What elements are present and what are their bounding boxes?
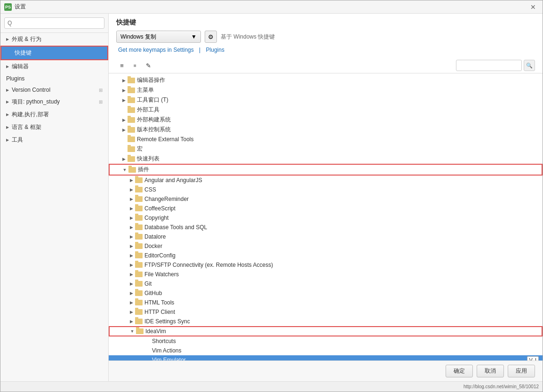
expand-all-button[interactable]: ≡	[116, 60, 128, 71]
tree-item-vcs-groups[interactable]: ▶ 版本控制系统	[109, 125, 543, 135]
tree-item-label: Shortcuts	[143, 338, 539, 344]
tree-item-copyright[interactable]: ▶ Copyright	[109, 213, 543, 223]
folder-icon	[135, 281, 143, 287]
sidebar-item-plugins[interactable]: Plugins	[0, 73, 108, 84]
tree-panel: ▶ 编辑器操作 ▶ 主菜单 ▶ 工具窗口 (T) 外部工具	[109, 73, 543, 360]
tree-item-html-tools[interactable]: ▶ HTML Tools	[109, 298, 543, 307]
tree-item-coffeescript[interactable]: ▶ CoffeeScript	[109, 204, 543, 213]
tree-item-file-watchers[interactable]: ▶ File Watchers	[109, 270, 543, 279]
arrow-icon: ▶	[6, 112, 9, 117]
sidebar-search-input[interactable]	[4, 17, 104, 29]
plugins-link-text: Plugins	[206, 47, 224, 53]
folder-icon	[135, 215, 143, 221]
folder-icon	[128, 78, 135, 83]
tree-item-ideavim[interactable]: ▼ IdeaVim	[109, 326, 543, 336]
folder-icon	[136, 328, 144, 334]
tree-item-main-menu[interactable]: ▶ 主菜单	[109, 85, 543, 95]
tree-item-label: 版本控制系统	[137, 126, 539, 134]
sidebar-item-keymap[interactable]: 快捷键	[0, 46, 108, 60]
tree-item-macros[interactable]: 宏	[109, 144, 543, 154]
tree-item-label: 主菜单	[137, 86, 539, 94]
tree-item-external-tools[interactable]: 外部工具	[109, 105, 543, 115]
search-icon: 🔍	[526, 63, 533, 69]
gear-button[interactable]: ⚙	[205, 31, 217, 43]
tree-item-label: Remote External Tools	[137, 136, 539, 143]
arrow-icon: ▶	[6, 64, 9, 69]
folder-icon	[135, 206, 143, 211]
apply-button[interactable]: 应用	[508, 365, 535, 377]
sidebar-item-project[interactable]: ▶ 项目: python_study ⊞	[0, 96, 108, 108]
close-button[interactable]: ✕	[527, 2, 539, 12]
sidebar-item-lang[interactable]: ▶ 语言 & 框架	[0, 121, 108, 134]
tree-item-ide-settings-sync[interactable]: ▶ IDE Settings Sync	[109, 317, 543, 326]
arrow-icon: ▼	[128, 329, 136, 334]
tree-item-ftp-sftp[interactable]: ▶ FTP/SFTP Connectivity (ex. Remote Host…	[109, 260, 543, 270]
sidebar-item-label: 编辑器	[12, 63, 29, 71]
arrow-icon: ▶	[128, 319, 135, 324]
sidebar-item-label: 语言 & 框架	[12, 123, 41, 131]
tree-item-external-build[interactable]: ▶ 外部构建系统	[109, 115, 543, 125]
arrow-icon: ▶	[120, 78, 128, 83]
more-keymaps-link[interactable]: Get more keymaps in Settings | Plugins	[116, 47, 535, 53]
search-shortcut-button[interactable]: 🔍	[524, 60, 535, 71]
arrow-icon: ▶	[128, 216, 135, 220]
tree-item-datalore[interactable]: ▶ Datalore	[109, 232, 543, 241]
toolbar-row: ≡ ≡ ✎ 🔍	[116, 57, 535, 73]
tree-item-label: 插件	[138, 166, 538, 174]
folder-icon	[135, 177, 143, 183]
sidebar-item-appearance[interactable]: ▶ 外观 & 行为	[0, 33, 108, 46]
tree-item-remote-ext-tools[interactable]: Remote External Tools	[109, 135, 543, 144]
bottom-buttons: 确定 取消 应用	[109, 360, 543, 381]
tree-item-label: Database Tools and SQL	[144, 224, 539, 231]
tree-item-quick-lists[interactable]: ▶ 快速列表	[109, 154, 543, 164]
tree-item-css[interactable]: ▶ CSS	[109, 185, 543, 194]
folder-icon	[128, 167, 136, 173]
tree-item-change-reminder[interactable]: ▶ ChangeReminder	[109, 194, 543, 204]
status-bar: http://blog.csdn.net/wimin_58/10012	[0, 381, 543, 392]
folder-icon	[135, 319, 143, 324]
sidebar-item-editor[interactable]: ▶ 编辑器	[0, 60, 108, 73]
sidebar-search-container	[0, 14, 108, 33]
arrow-icon: ▶	[120, 98, 128, 103]
sidebar-items-list: ▶ 外观 & 行为 快捷键 ▶ 编辑器 Plugins ▶ Version Co…	[0, 33, 108, 381]
sidebar-item-vcs[interactable]: ▶ Version Control ⊞	[0, 84, 108, 96]
tree-item-vim-actions[interactable]: Vim Actions	[109, 346, 543, 355]
edit-icon: ✎	[146, 62, 151, 69]
tree-item-shortcuts[interactable]: Shortcuts	[109, 336, 543, 346]
search-box-right: 🔍	[456, 60, 535, 71]
get-more-keymaps-text: Get more keymaps in Settings	[118, 47, 194, 53]
window-title: 设置	[15, 3, 527, 11]
arrow-icon: ▶	[6, 37, 9, 41]
tree-item-git[interactable]: ▶ Git	[109, 279, 543, 288]
tree-item-plugins-group[interactable]: ▼ 插件	[109, 164, 543, 176]
tree-item-label: 外部工具	[137, 106, 539, 114]
edit-button[interactable]: ✎	[143, 60, 154, 71]
sidebar-item-tools[interactable]: ▶ 工具	[0, 134, 108, 146]
arrow-icon: ▶	[6, 138, 9, 142]
ok-button[interactable]: 确定	[446, 365, 473, 377]
tree-item-label: HTML Tools	[144, 299, 539, 306]
tree-item-editorconfig[interactable]: ▶ EditorConfig	[109, 251, 543, 260]
keymap-dropdown[interactable]: Windows 复制 ▼	[116, 31, 201, 43]
tree-item-db-tools[interactable]: ▶ Database Tools and SQL	[109, 223, 543, 232]
app-icon: PS	[4, 3, 12, 11]
arrow-icon: ▶	[120, 157, 128, 161]
search-shortcuts-input[interactable]	[456, 60, 522, 71]
vcs-icon: ⊞	[99, 88, 103, 93]
cancel-button[interactable]: 取消	[477, 365, 504, 377]
tree-item-docker[interactable]: ▶ Docker	[109, 241, 543, 251]
keymap-selected-value: Windows 复制	[120, 33, 156, 41]
tree-item-github[interactable]: ▶ GitHub	[109, 288, 543, 298]
sidebar-item-label: 工具	[12, 136, 23, 144]
tree-item-label: EditorConfig	[144, 252, 539, 259]
tree-item-http-client[interactable]: ▶ HTTP Client	[109, 307, 543, 317]
tree-item-vim-emulator[interactable]: Vim Emulator V, I	[109, 355, 543, 360]
tree-item-editor-actions[interactable]: ▶ 编辑器操作	[109, 75, 543, 85]
sidebar-item-build[interactable]: ▶ 构建,执行,部署	[0, 108, 108, 121]
tree-item-tool-windows[interactable]: ▶ 工具窗口 (T)	[109, 95, 543, 105]
folder-icon	[135, 253, 143, 258]
tree-item-angular[interactable]: ▶ Angular and AngularJS	[109, 176, 543, 185]
collapse-all-button[interactable]: ≡	[129, 60, 141, 71]
arrow-icon: ▶	[6, 88, 9, 92]
folder-icon	[128, 156, 135, 162]
